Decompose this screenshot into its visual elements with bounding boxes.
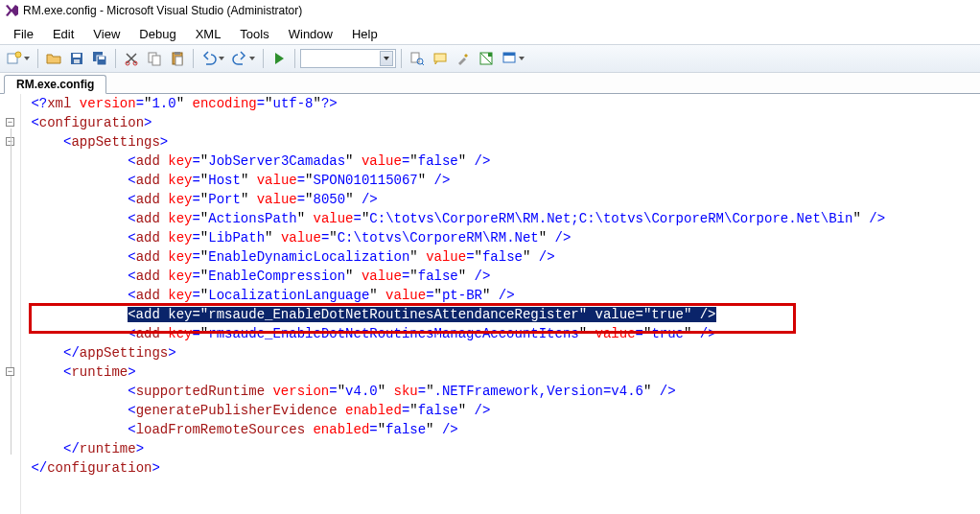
- toolbar-sep: [263, 49, 264, 68]
- menu-view[interactable]: View: [85, 25, 128, 43]
- menu-help[interactable]: Help: [344, 25, 385, 43]
- find-in-files-button[interactable]: [407, 48, 428, 69]
- tab-strip: RM.exe.config: [0, 73, 980, 94]
- paste-button[interactable]: [167, 48, 188, 69]
- svg-rect-22: [503, 53, 515, 56]
- highlight-annotation-box: [29, 303, 796, 334]
- menu-edit[interactable]: Edit: [45, 25, 82, 43]
- toolbar-sep: [401, 49, 402, 68]
- combo-dropdown-icon[interactable]: [380, 51, 393, 66]
- svg-rect-18: [434, 54, 446, 61]
- svg-rect-15: [175, 57, 182, 65]
- menu-bar: File Edit View Debug XML Tools Window He…: [0, 21, 980, 44]
- window-title: RM.exe.config - Microsoft Visual Studio …: [23, 4, 302, 17]
- outline-gutter: − − −: [0, 94, 21, 514]
- redo-button[interactable]: [229, 48, 258, 69]
- copy-button[interactable]: [144, 48, 165, 69]
- svg-rect-8: [99, 57, 105, 59]
- svg-rect-14: [175, 52, 180, 55]
- svg-marker-0: [6, 5, 18, 16]
- menu-file[interactable]: File: [6, 25, 41, 43]
- comment-button[interactable]: [430, 48, 451, 69]
- menu-tools[interactable]: Tools: [232, 25, 276, 43]
- cut-button[interactable]: [121, 48, 142, 69]
- toolbar-sep: [294, 49, 295, 68]
- vs-app-icon: [4, 3, 19, 18]
- svg-rect-12: [152, 56, 160, 65]
- save-button[interactable]: [66, 48, 87, 69]
- toolbar-sep: [115, 49, 116, 68]
- open-file-button[interactable]: [43, 48, 64, 69]
- svg-rect-4: [73, 54, 81, 58]
- toolbar: [0, 44, 980, 73]
- tab-rm-exe-config[interactable]: RM.exe.config: [4, 75, 106, 94]
- start-page-button[interactable]: [476, 48, 497, 69]
- save-all-button[interactable]: [89, 48, 110, 69]
- start-debug-button[interactable]: [268, 48, 290, 69]
- svg-rect-5: [74, 59, 80, 63]
- tab-label: RM.exe.config: [16, 78, 94, 91]
- code-text[interactable]: <?xml version="1.0" encoding="utf-8"?> <…: [23, 94, 885, 478]
- menu-xml[interactable]: XML: [188, 25, 229, 43]
- solution-config-combo[interactable]: [300, 49, 396, 68]
- toolbar-sep: [37, 49, 38, 68]
- svg-point-2: [15, 52, 21, 58]
- svg-rect-20: [488, 53, 492, 57]
- title-bar: RM.exe.config - Microsoft Visual Studio …: [0, 0, 980, 21]
- new-project-button[interactable]: [4, 48, 33, 69]
- fold-line: [11, 128, 12, 455]
- toolbar-sep: [193, 49, 194, 68]
- menu-debug[interactable]: Debug: [131, 25, 183, 43]
- tools-button[interactable]: [453, 48, 474, 69]
- svg-rect-16: [411, 53, 419, 62]
- menu-window[interactable]: Window: [281, 25, 340, 43]
- undo-button[interactable]: [198, 48, 227, 69]
- code-editor[interactable]: − − − <?xml version="1.0" encoding="utf-…: [0, 94, 980, 514]
- fold-toggle-icon[interactable]: −: [6, 367, 14, 376]
- fold-toggle-icon[interactable]: −: [6, 118, 14, 127]
- window-button[interactable]: [499, 48, 527, 69]
